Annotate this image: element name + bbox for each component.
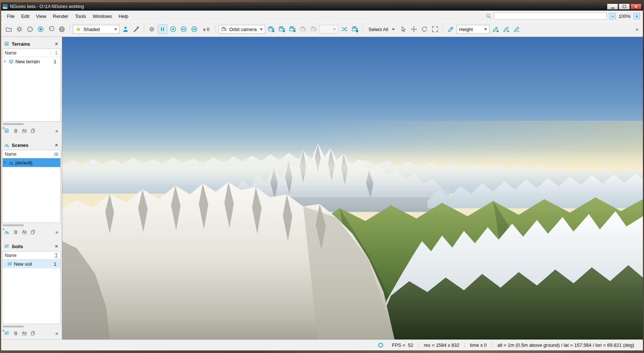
daylight-sun-icon xyxy=(148,26,156,33)
column-fit-icon[interactable] xyxy=(54,253,59,258)
duplicate-terrain-button[interactable] xyxy=(30,128,36,134)
menu-bar: File Edit View Render Tools Windows Help… xyxy=(1,11,643,22)
toolbar-separator xyxy=(70,25,70,34)
terrain-row[interactable]: New terrain 1 xyxy=(3,57,60,66)
zoom-out-button[interactable]: − xyxy=(609,13,616,19)
title-bar[interactable]: NDunes beta - O:\1A NDunes working ✕ xyxy=(1,3,643,11)
render-viewport[interactable] xyxy=(62,37,643,339)
terrains-close-button[interactable]: ✕ xyxy=(54,42,59,46)
terrains-overflow-button[interactable]: » xyxy=(54,128,59,134)
soils-name-column[interactable]: Name xyxy=(5,253,16,258)
rotate-view-button[interactable] xyxy=(420,24,429,34)
menu-view[interactable]: View xyxy=(33,12,49,20)
character-button[interactable] xyxy=(121,24,130,34)
menu-help[interactable]: Help xyxy=(116,12,131,20)
open-project-button[interactable] xyxy=(4,24,14,34)
menu-file[interactable]: File xyxy=(4,12,18,20)
select-all-value: Select All xyxy=(368,27,388,32)
rename-scene-button[interactable]: Ab xyxy=(22,230,27,234)
camera-button-3[interactable] xyxy=(288,24,297,34)
soils-hscrollbar[interactable] xyxy=(2,324,61,329)
copy-icon xyxy=(30,128,36,134)
rename-soil-button[interactable]: Ab xyxy=(22,331,27,335)
record-button[interactable] xyxy=(36,24,45,34)
soil-row-value: 1 xyxy=(54,261,59,267)
brush-smooth-button[interactable] xyxy=(512,24,521,34)
scenes-close-button[interactable]: ✕ xyxy=(54,143,59,148)
add-soil-button[interactable] xyxy=(4,330,10,336)
add-scene-button[interactable] xyxy=(4,229,10,235)
add-terrain-button[interactable] xyxy=(4,128,10,134)
undo-history-button[interactable] xyxy=(46,24,56,34)
search-input[interactable] xyxy=(494,12,607,20)
step-back-button[interactable] xyxy=(179,24,188,34)
brush-remove-button[interactable] xyxy=(501,24,511,34)
scenes-list: Name [default] xyxy=(2,150,61,223)
brush-tool-button[interactable] xyxy=(446,24,456,34)
step-forward-button[interactable] xyxy=(190,24,199,34)
toolbar-overflow-button[interactable]: » xyxy=(634,26,640,32)
world-button[interactable] xyxy=(57,24,67,34)
menu-edit[interactable]: Edit xyxy=(18,12,32,20)
settings-button[interactable] xyxy=(15,24,24,34)
camera-icon xyxy=(310,26,317,33)
fullscreen-icon xyxy=(431,26,439,33)
camera-mode-select[interactable]: Orbit camera xyxy=(218,25,265,34)
shuffle-camera-button[interactable] xyxy=(340,24,349,34)
camera-button-5[interactable] xyxy=(309,24,318,34)
toolbar-separator xyxy=(363,25,363,34)
play-button[interactable] xyxy=(168,24,178,34)
expander-icon[interactable] xyxy=(4,60,6,63)
camera-info-button[interactable] xyxy=(350,24,360,34)
sort-icon[interactable] xyxy=(54,50,59,56)
terrains-list: Name New terrain 1 xyxy=(2,49,61,122)
delete-terrain-button[interactable] xyxy=(13,128,19,134)
soil-row[interactable]: New soil 1 xyxy=(3,259,60,268)
terrain-row-value: 1 xyxy=(54,59,59,64)
delete-scene-button[interactable] xyxy=(13,229,19,235)
camera-icon xyxy=(289,26,296,33)
menu-windows[interactable]: Windows xyxy=(90,12,115,20)
scenes-overflow-button[interactable]: » xyxy=(54,229,59,235)
menu-render[interactable]: Render xyxy=(50,12,71,20)
maximize-button[interactable] xyxy=(619,4,630,10)
scrollbar-thumb[interactable] xyxy=(3,326,24,327)
brush-add-button[interactable] xyxy=(491,24,500,34)
select-all-select[interactable]: Select All xyxy=(366,25,397,34)
scrollbar-thumb[interactable] xyxy=(3,123,24,125)
brush-channel-select[interactable]: Height xyxy=(457,25,490,34)
eyedropper-icon xyxy=(132,26,140,33)
soils-close-button[interactable]: ✕ xyxy=(54,244,59,249)
shading-mode-select[interactable]: Shaded xyxy=(73,25,120,34)
camera-button-2[interactable] xyxy=(277,24,287,34)
terrains-hscrollbar[interactable] xyxy=(2,122,61,126)
scenes-name-column[interactable]: Name xyxy=(5,152,16,157)
camera-button-1[interactable] xyxy=(266,24,276,34)
delete-soil-button[interactable] xyxy=(13,330,19,336)
render-disc-button[interactable] xyxy=(25,24,35,34)
scene-row[interactable]: [default] xyxy=(3,158,60,167)
daylight-button[interactable] xyxy=(147,24,157,34)
pause-button[interactable] xyxy=(158,24,167,34)
eyedropper-button[interactable] xyxy=(131,24,141,34)
camera-preset-select[interactable] xyxy=(319,25,338,34)
scenes-hscrollbar[interactable] xyxy=(2,223,61,227)
move-tool-button[interactable] xyxy=(409,24,419,34)
resolution-readout: res = 1584 x 832 xyxy=(419,342,464,348)
close-button[interactable]: ✕ xyxy=(630,4,641,10)
fullscreen-button[interactable] xyxy=(430,24,440,34)
minimize-button[interactable] xyxy=(607,4,618,10)
zoom-in-button[interactable]: + xyxy=(633,13,640,19)
pointer-tool-button[interactable] xyxy=(398,24,408,34)
rename-terrain-button[interactable]: Ab xyxy=(22,129,27,133)
duplicate-scene-button[interactable] xyxy=(30,229,36,235)
duplicate-soil-button[interactable] xyxy=(30,330,36,336)
soils-overflow-button[interactable]: » xyxy=(54,330,59,336)
expander-icon[interactable] xyxy=(4,161,6,164)
camera-button-4[interactable] xyxy=(298,24,308,34)
search-icon[interactable] xyxy=(486,13,491,19)
scrollbar-thumb[interactable] xyxy=(3,224,24,226)
menu-tools[interactable]: Tools xyxy=(72,12,89,20)
terrains-name-column[interactable]: Name xyxy=(5,50,16,56)
visibility-icon[interactable] xyxy=(54,152,59,157)
